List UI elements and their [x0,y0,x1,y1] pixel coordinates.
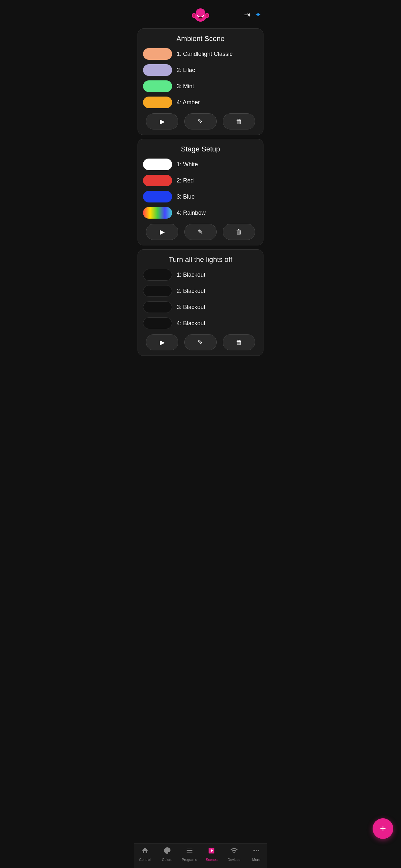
nav-icon-more [252,847,260,857]
nav-icon-programs [186,847,193,857]
color-row: 3: Mint [143,81,258,92]
color-label: 4: Amber [177,99,200,106]
blackout-swatch [143,317,172,329]
svg-point-12 [201,17,202,19]
nav-item-colors[interactable]: Colors [158,847,176,862]
scene-card-ambient: Ambient Scene1: Candlelight Classic2: Li… [137,28,264,135]
color-label: 2: Red [177,177,194,184]
color-swatch [143,48,172,60]
nav-item-programs[interactable]: Programs [181,847,198,862]
svg-point-20 [253,850,255,851]
scenes-container: Ambient Scene1: Candlelight Classic2: Li… [134,28,267,388]
color-row: 3: Blue [143,191,258,203]
delete-button-stage[interactable]: 🗑 [223,224,255,240]
edit-button-lights-off[interactable]: ✎ [184,334,217,350]
scene-title-ambient: Ambient Scene [143,35,258,43]
scene-title-stage: Stage Setup [143,145,258,153]
color-row: 4: Blackout [143,317,258,329]
color-swatch [143,64,172,76]
color-swatch [143,191,172,203]
nav-item-scenes[interactable]: Scenes [203,847,220,862]
color-label: 1: Candlelight Classic [177,51,233,58]
color-row: 2: Lilac [143,64,258,76]
svg-point-4 [206,14,208,17]
edit-button-ambient[interactable]: ✎ [184,113,217,129]
svg-point-22 [258,850,259,851]
color-row: 1: White [143,159,258,170]
action-buttons: ▶✎🗑 [143,224,258,240]
color-label: 3: Blue [177,193,195,200]
header-icons: ⇥ ✦ [244,11,261,19]
blackout-swatch [143,269,172,281]
scene-title-lights-off: Turn all the lights off [143,255,258,264]
color-row: 1: Candlelight Classic [143,48,258,60]
play-button-stage[interactable]: ▶ [146,224,178,240]
play-button-ambient[interactable]: ▶ [146,113,178,129]
play-button-lights-off[interactable]: ▶ [146,334,178,350]
nav-label-control: Control [139,858,150,862]
nav-label-scenes: Scenes [206,858,218,862]
color-swatch [143,97,172,108]
color-label: 2: Blackout [177,288,205,294]
action-buttons: ▶✎🗑 [143,334,258,350]
color-swatch [143,81,172,92]
nav-label-more: More [252,858,260,862]
nav-item-more[interactable]: More [247,847,265,862]
color-label: 1: White [177,161,198,168]
color-swatch [143,159,172,170]
bluetooth-icon[interactable]: ✦ [255,11,261,19]
color-row: 4: Rainbow [143,207,258,219]
color-label: 4: Rainbow [177,210,206,216]
color-label: 3: Mint [177,83,194,90]
color-row: 2: Blackout [143,285,258,297]
monkey-logo [191,5,210,25]
delete-button-lights-off[interactable]: 🗑 [223,334,255,350]
color-swatch [143,175,172,186]
scene-card-lights-off: Turn all the lights off1: Blackout2: Bla… [137,249,264,356]
nav-label-colors: Colors [162,858,173,862]
edit-button-stage[interactable]: ✎ [184,224,217,240]
nav-label-programs: Programs [182,858,197,862]
nav-label-devices: Devices [227,858,240,862]
header: ⇥ ✦ [134,0,267,28]
nav-item-control[interactable]: Control [136,847,154,862]
nav-icon-control [141,847,149,857]
color-row: 4: Amber [143,97,258,108]
rainbow-swatch [143,207,172,219]
color-label: 4: Blackout [177,320,205,327]
svg-point-10 [198,17,203,20]
login-icon[interactable]: ⇥ [244,11,250,19]
nav-icon-devices [230,847,238,857]
color-label: 1: Blackout [177,272,205,278]
color-row: 3: Blackout [143,301,258,313]
color-row: 2: Red [143,175,258,186]
svg-point-3 [193,14,195,17]
bottom-navigation: ControlColorsProgramsScenesDevicesMore [134,843,267,868]
color-label: 2: Lilac [177,67,195,73]
svg-point-11 [199,17,201,19]
nav-icon-scenes [208,847,216,857]
svg-point-21 [256,850,257,851]
action-buttons: ▶✎🗑 [143,113,258,129]
nav-icon-colors [163,847,171,857]
delete-button-ambient[interactable]: 🗑 [223,113,255,129]
nav-item-devices[interactable]: Devices [225,847,243,862]
svg-point-13 [196,8,205,16]
color-row: 1: Blackout [143,269,258,281]
blackout-swatch [143,285,172,297]
scene-card-stage: Stage Setup1: White2: Red3: Blue4: Rainb… [137,139,264,245]
color-label: 3: Blackout [177,304,205,311]
blackout-swatch [143,301,172,313]
